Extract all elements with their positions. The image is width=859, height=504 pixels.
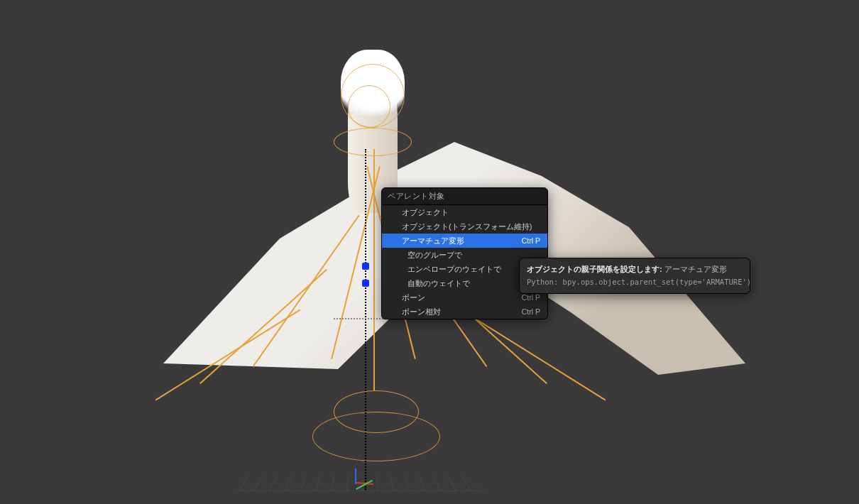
menu-header: ペアレント対象 — [382, 188, 547, 205]
armature-origin-line — [365, 149, 366, 490]
menu-item-label: オブジェクト(トランスフォーム維持) — [402, 221, 532, 232]
menu-item-label: ボーン相対 — [402, 307, 441, 317]
tooltip-title-label: オブジェクトの親子関係を設定します: — [527, 265, 662, 273]
operator-tooltip: オブジェクトの親子関係を設定します: アーマチュア変形 Python: bpy.… — [519, 258, 750, 294]
menu-item-object[interactable]: オブジェクト — [382, 205, 547, 219]
menu-item-label: オブジェクト — [402, 207, 449, 218]
axis-gizmo[interactable] — [355, 483, 412, 504]
bone-handle[interactable] — [362, 263, 369, 270]
axis-z — [355, 469, 356, 484]
tooltip-python-prefix: Python: — [527, 278, 558, 286]
menu-item-bone-relative[interactable]: ボーン相対 Ctrl P — [382, 305, 547, 319]
menu-item-shortcut: Ctrl P — [522, 307, 540, 316]
bone-handle[interactable] — [362, 280, 369, 287]
menu-item-shortcut: Ctrl P — [522, 293, 540, 302]
menu-item-label: 自動のウェイトで — [407, 278, 470, 289]
menu-item-label: 空のグループで — [407, 250, 462, 261]
viewport-3d[interactable]: Ctrl P Ctrl P ペアレント対象 オブジェクト オブジェクト(トランス… — [0, 0, 859, 504]
tooltip-python-code: bpy.ops.object.parent_set(type='ARMATURE… — [563, 278, 752, 286]
menu-item-label: エンベロープのウェイトで — [407, 264, 501, 275]
menu-item-label: アーマチュア変形 — [402, 236, 464, 246]
tooltip-title-value: アーマチュア変形 — [664, 265, 727, 273]
parent-context-menu[interactable]: ペアレント対象 オブジェクト オブジェクト(トランスフォーム維持) アーマチュア… — [381, 187, 548, 319]
menu-item-label: ボーン — [402, 292, 425, 303]
menu-item-object-keep-transform[interactable]: オブジェクト(トランスフォーム維持) — [382, 219, 547, 234]
menu-item-armature-deform[interactable]: アーマチュア変形 Ctrl P — [382, 234, 547, 248]
menu-item-shortcut: Ctrl P — [522, 236, 540, 245]
